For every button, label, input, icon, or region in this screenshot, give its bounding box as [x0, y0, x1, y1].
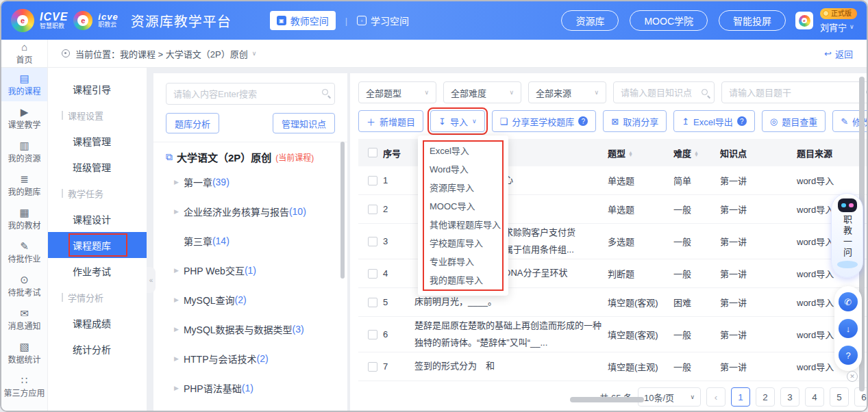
expand-arrow-icon[interactable]: ▶ — [174, 179, 179, 185]
toolbar-button[interactable]: ◎ 题目查重 — [762, 110, 826, 132]
sidebar-item[interactable]: 课程设置 — [48, 102, 147, 128]
toolbar-button[interactable]: ⊠ 取消分享 — [603, 110, 667, 132]
sidebar-item[interactable]: 班级管理 — [48, 154, 147, 180]
expand-arrow-icon[interactable]: ▶ — [174, 296, 179, 303]
rail-item[interactable]: ✉ 消息通知 — [1, 302, 47, 336]
rail-item[interactable]: ▧ 数据统计 — [1, 336, 47, 370]
expand-arrow-icon[interactable]: ▶ — [174, 355, 179, 362]
import-menu-item[interactable]: Excel导入 — [418, 142, 508, 160]
expand-arrow-icon[interactable]: ▶ — [174, 385, 179, 391]
expand-arrow-icon[interactable]: ▶ — [174, 208, 179, 215]
help-icon[interactable]: ? — [578, 116, 588, 126]
import-menu-item[interactable]: MOOC导入 — [418, 197, 508, 216]
sidebar-item[interactable]: 课程引导 — [48, 76, 147, 102]
toolbar-button[interactable]: ＋ 新增题目 — [358, 110, 423, 132]
toolbar-button[interactable]: ↥ Excel导出 ? — [673, 110, 755, 132]
tree-node[interactable]: ▶ MySQL查询 (2) — [166, 285, 335, 314]
student-space-button[interactable]: ▫ 学习空间 — [357, 14, 409, 27]
row-checkbox[interactable] — [368, 298, 377, 307]
expand-arrow-icon[interactable]: ▶ — [174, 326, 179, 333]
toolbar-button[interactable]: ❏ 分享至学校题库 ? — [492, 110, 597, 132]
tree-scrollbar[interactable] — [340, 142, 345, 279]
tree-node[interactable]: ▶ MySQL数据表与数据类型 (3) — [166, 314, 335, 344]
tree-node[interactable]: ▶ 第三章 (14) — [166, 226, 335, 255]
tree-node[interactable]: ▶ PHP语法基础 (1) — [166, 373, 335, 402]
rail-item[interactable]: ⊙ 待批考试 — [1, 269, 47, 302]
import-menu-item[interactable]: Word导入 — [418, 160, 508, 179]
teacher-space-button[interactable]: ▣ 教师空间 — [270, 11, 336, 30]
header-nav-pill[interactable]: 资源库 — [561, 10, 619, 31]
tree-node[interactable]: ▶ PHP Web交互 (1) — [166, 255, 335, 285]
tree-root-node[interactable]: ⧉ 大学语文（2P）原创 (当前课程) — [166, 150, 335, 164]
rail-item[interactable]: ▦ 我的教材 — [1, 202, 47, 235]
sidebar-item[interactable]: 课程设计 — [48, 206, 147, 232]
stem-search-input[interactable] — [721, 81, 867, 103]
sidebar-item[interactable]: 作业考试 — [48, 258, 147, 284]
page-button[interactable]: 3 — [780, 387, 799, 407]
tree-node[interactable]: ▶ 第一章 (39) — [166, 167, 335, 196]
close-icon[interactable]: ✕ — [847, 371, 858, 382]
toolbar-button[interactable]: ↧ 导入 ∨ — [430, 110, 485, 132]
import-menu-item[interactable]: 其他课程题库导入 — [418, 216, 508, 234]
rail-item[interactable]: ▶ 课堂教学 — [1, 101, 47, 135]
rail-item[interactable]: ✎ 待批作业 — [1, 235, 47, 269]
tree-search-input[interactable] — [166, 83, 335, 105]
help-icon[interactable]: ? — [839, 346, 858, 365]
horizontal-scrollbar[interactable] — [570, 397, 644, 402]
rail-item[interactable]: ▤ 我的课程 — [1, 68, 47, 101]
breadcrumb-chevron-icon[interactable]: ∨ — [252, 50, 257, 57]
filter-select[interactable]: 全部难度 ∨ — [443, 81, 521, 103]
ai-assistant-widget[interactable]: 职教一问 — [831, 193, 863, 278]
sidebar-collapse-handle[interactable]: « — [147, 267, 156, 293]
bank-analysis-button[interactable]: 题库分析 — [166, 113, 219, 133]
import-menu-item[interactable]: 专业群导入 — [418, 253, 508, 271]
rail-item[interactable]: ≣ 我的题库 — [1, 168, 47, 202]
sort-icon[interactable]: ▲▼ — [694, 151, 699, 157]
prev-page-button[interactable]: ‹ — [706, 387, 726, 407]
rail-item[interactable]: ⌂ 首页 — [1, 40, 47, 68]
header-nav-pill[interactable]: MOOC学院 — [630, 10, 708, 31]
sort-icon[interactable]: ▲▼ — [628, 151, 633, 157]
back-button[interactable]: ↩ 返回 — [824, 47, 853, 60]
table-row[interactable]: 7 签到的形式分为 和 填空题(主观) 一般 第一讲 word导入 — [358, 352, 867, 381]
row-checkbox[interactable] — [368, 362, 377, 372]
header-nav-pill[interactable]: 智能投屏 — [719, 10, 786, 31]
sidebar-item[interactable]: 学情分析 — [48, 284, 147, 310]
user-menu[interactable]: 正式版 刘宵宁 ∨ — [820, 8, 857, 34]
row-checkbox[interactable] — [368, 269, 377, 279]
sidebar-item[interactable]: 课程成绩 — [48, 310, 147, 336]
row-checkbox[interactable] — [368, 205, 377, 214]
knowledge-search-input[interactable] — [613, 81, 715, 103]
import-menu-item[interactable]: 我的题库导入 — [418, 271, 508, 289]
tree-node[interactable]: ▶ HTTP与会话技术 (2) — [166, 344, 335, 373]
table-row[interactable]: 6 楚辞是屈原在楚歌的基础上再创造而形成的一种独特的新诗体。“楚辞体”又叫“__… — [358, 317, 867, 352]
page-button[interactable]: 2 — [756, 387, 775, 407]
sidebar-item[interactable]: 课程管理 — [48, 128, 147, 154]
filter-select[interactable]: 全部来源 ∨ — [528, 81, 606, 103]
sidebar-item[interactable]: 教学任务 — [48, 180, 147, 206]
sidebar-item[interactable]: 课程题库 — [48, 232, 147, 258]
page-button[interactable]: 5 — [830, 387, 849, 407]
import-menu-item[interactable]: 资源库导入 — [418, 179, 508, 197]
tree-node[interactable]: ▶ 企业经济业务核算与报告 (10) — [166, 196, 335, 226]
customer-service-icon[interactable]: ✆ — [839, 292, 858, 311]
rail-item[interactable]: ∷ 第三方应用 — [1, 370, 47, 403]
row-checkbox[interactable] — [368, 330, 377, 339]
filter-select[interactable]: 全部题型 ∨ — [358, 81, 436, 103]
row-type: 单选题 — [608, 203, 673, 216]
help-icon[interactable]: ? — [737, 116, 747, 126]
page-button[interactable]: 4 — [805, 387, 824, 407]
row-checkbox[interactable] — [368, 176, 377, 185]
page-size-select[interactable]: 10条/页 ∨ — [638, 387, 701, 407]
page-button[interactable]: 1 — [731, 387, 750, 407]
sidebar-item[interactable]: 统计分析 — [48, 336, 147, 362]
expand-arrow-icon[interactable]: ▶ — [174, 267, 179, 274]
manage-knowledge-button[interactable]: 管理知识点 — [273, 113, 335, 133]
mini-app-icon[interactable]: e — [795, 12, 813, 29]
select-all-checkbox[interactable] — [368, 148, 377, 157]
rail-item-icon: ▥ — [19, 140, 29, 151]
download-icon[interactable]: ↓ — [839, 319, 858, 338]
rail-item[interactable]: ▥ 我的资源 — [1, 135, 47, 168]
row-checkbox[interactable] — [368, 237, 377, 246]
import-menu-item[interactable]: 学校题库导入 — [418, 234, 508, 253]
